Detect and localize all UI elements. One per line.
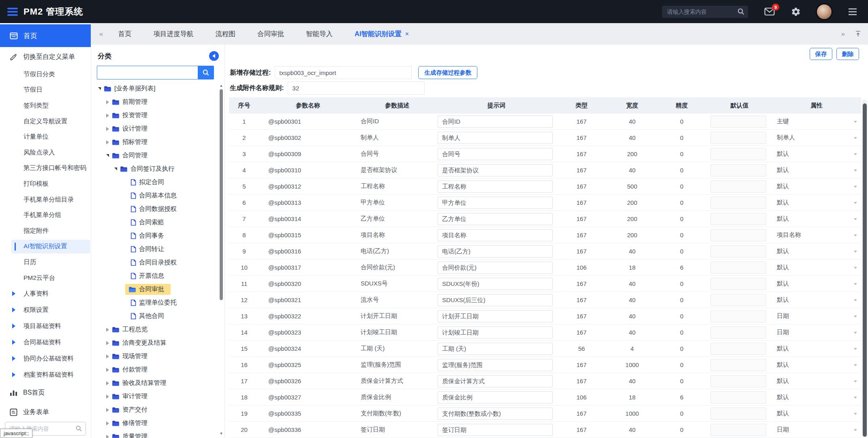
attachment-rule-input[interactable] (288, 82, 425, 94)
avatar[interactable] (817, 4, 832, 19)
default-value-input[interactable] (710, 391, 766, 404)
tree-item-合同目录授权[interactable]: 合同目录授权 (91, 256, 224, 269)
sidebar-item-业务表单[interactable]: 业务表单 (0, 402, 91, 422)
default-value-input[interactable] (710, 294, 766, 306)
prompt-input[interactable]: 计划竣工日期 (438, 326, 553, 339)
tree-item-合同签订及执行[interactable]: 合同签订及执行 (91, 162, 224, 176)
tree-item-合同基本信息[interactable]: 合同基本信息 (91, 189, 224, 202)
save-button[interactable]: 保存 (810, 48, 832, 60)
search-icon[interactable] (737, 8, 745, 17)
prompt-input[interactable]: 签订日期 (438, 424, 553, 436)
scroll-up-icon[interactable]: ▲ (219, 84, 224, 88)
prompt-input[interactable]: 合同号 (438, 148, 553, 160)
default-value-input[interactable] (710, 180, 766, 193)
table-row[interactable]: 15@spb00324工期 (天)工期 (天)5640默认 (229, 341, 861, 357)
tree-item-合同数据授权[interactable]: 合同数据授权 (91, 202, 224, 216)
default-value-input[interactable] (710, 148, 766, 160)
category-search-button[interactable] (198, 66, 214, 79)
table-row[interactable]: 17@spb00326质保金计算方式质保金计算方式167400默认 (229, 373, 861, 389)
caret-collapsed-icon[interactable] (104, 381, 111, 385)
tree-item-合同事务[interactable]: 合同事务 (91, 229, 224, 243)
tree-item-合同管理[interactable]: 合同管理 (91, 149, 224, 162)
tree-item-资产交付[interactable]: 资产交付 (91, 403, 224, 417)
default-value-input[interactable] (710, 326, 766, 339)
menu-list-button[interactable] (848, 8, 857, 16)
cell-attr-dropdown[interactable]: 日期 (772, 328, 861, 336)
proc-name-input[interactable] (275, 66, 412, 79)
default-value-input[interactable] (710, 375, 766, 387)
main-scrollbar[interactable] (862, 99, 867, 437)
sidebar-item-打印模板[interactable]: 打印模板 (0, 176, 91, 192)
tab-流程图[interactable]: 流程图 (204, 30, 246, 39)
messages-button[interactable]: 9 (764, 7, 775, 16)
tree-item-洽商变更及结算[interactable]: 洽商变更及结算 (91, 336, 224, 350)
tree-item-[业务单据列表][interactable]: [业务单据列表] (91, 82, 224, 95)
default-value-input[interactable] (710, 197, 766, 209)
prompt-input[interactable]: 合同价款(元) (438, 262, 553, 274)
sidebar-item-第三方接口帐号和密码[interactable]: 第三方接口帐号和密码 (0, 161, 91, 176)
sidebar-group-协同办公基础资料[interactable]: 协同办公基础资料 (0, 350, 91, 367)
table-row[interactable]: 4@spb00310是否框架协议是否框架协议167400默认 (229, 162, 861, 178)
default-value-input[interactable] (710, 164, 766, 176)
tree-item-工程总览[interactable]: 工程总览 (91, 323, 224, 336)
prompt-input[interactable]: 电话(乙方) (438, 245, 553, 258)
default-value-input[interactable] (710, 262, 766, 274)
tree-item-其他合同[interactable]: 其他合同 (91, 309, 224, 323)
sidebar-item-自定义导航设置[interactable]: 自定义导航设置 (0, 114, 91, 129)
prompt-input[interactable]: 计划开工日期 (438, 310, 553, 322)
table-row[interactable]: 5@spb00312工程名称工程名称1675000默认 (229, 178, 861, 195)
cell-attr-dropdown[interactable]: 日期 (772, 312, 861, 320)
table-row[interactable]: 14@spb00323计划竣工日期计划竣工日期167400日期 (229, 324, 861, 341)
tab-AI智能识别设置[interactable]: AI智能识别设置× (344, 30, 420, 39)
tree-item-合同转让[interactable]: 合同转让 (91, 243, 224, 256)
sidebar-group-项目基础资料[interactable]: 项目基础资料 (0, 318, 91, 334)
caret-expanded-icon[interactable] (104, 154, 111, 157)
tabs-scroll-right-icon[interactable]: » (837, 30, 849, 38)
table-row[interactable]: 3@spb00309合同号合同号1672000默认 (229, 146, 861, 162)
tree-item-付款管理[interactable]: 付款管理 (91, 363, 224, 376)
tab-首页[interactable]: 首页 (107, 30, 142, 39)
table-row[interactable]: 6@spb00313甲方单位甲方单位1672000默认 (229, 195, 861, 211)
cell-attr-dropdown[interactable]: 主键 (772, 118, 861, 125)
scrollbar-thumb[interactable] (863, 103, 867, 437)
table-row[interactable]: 10@spb00317合同价款(元)合同价款(元)106186默认 (229, 260, 861, 276)
table-row[interactable]: 16@spb00325监理(服务)范围监理(服务)范围16710000默认 (229, 357, 861, 373)
sidebar-item-手机菜单分组目录[interactable]: 手机菜单分组目录 (0, 192, 91, 208)
caret-expanded-icon[interactable] (96, 87, 103, 90)
settings-button[interactable] (791, 7, 801, 17)
scrollbar-thumb[interactable] (220, 89, 223, 300)
tree-item-监理单位委托[interactable]: 监理单位委托 (91, 296, 224, 309)
default-value-input[interactable] (710, 343, 766, 355)
tree-item-修缮管理[interactable]: 修缮管理 (91, 417, 224, 430)
cell-attr-dropdown[interactable]: 默认 (772, 150, 861, 158)
sidebar-item-PM2云平台[interactable]: PM2云平台 (0, 270, 91, 286)
tree-item-质量管理[interactable]: 质量管理 (91, 430, 224, 438)
generate-proc-params-button[interactable]: 生成存储过程参数 (418, 66, 477, 79)
cell-attr-dropdown[interactable]: 制单人 (772, 134, 861, 142)
default-value-input[interactable] (710, 213, 766, 225)
close-tab-icon[interactable]: × (405, 30, 409, 37)
tree-item-拟定合同[interactable]: 拟定合同 (91, 176, 224, 189)
cell-attr-dropdown[interactable]: 默认 (772, 247, 861, 255)
prompt-input[interactable]: 合同ID (438, 116, 553, 128)
sidebar-item-风险点录入[interactable]: 风险点录入 (0, 145, 91, 161)
tree-item-现场管理[interactable]: 现场管理 (91, 350, 224, 363)
caret-collapsed-icon[interactable] (104, 421, 111, 425)
prompt-input[interactable]: 是否框架协议 (438, 164, 553, 176)
collapse-panel-button[interactable] (209, 51, 219, 61)
caret-collapsed-icon[interactable] (104, 354, 111, 359)
cell-attr-dropdown[interactable]: 默认 (772, 410, 861, 417)
prompt-input[interactable]: 工程名称 (438, 180, 553, 193)
prompt-input[interactable]: 项目名称 (438, 229, 553, 241)
cell-attr-dropdown[interactable]: 默认 (772, 264, 861, 271)
prompt-input[interactable]: 质保金比例 (438, 391, 553, 404)
prompt-input[interactable]: 监理(服务)范围 (438, 359, 553, 371)
tree-item-审计管理[interactable]: 审计管理 (91, 390, 224, 403)
caret-collapsed-icon[interactable] (104, 100, 111, 104)
cell-attr-dropdown[interactable]: 日期 (772, 426, 861, 434)
cell-attr-dropdown[interactable]: 默认 (772, 182, 861, 190)
search-icon[interactable] (75, 425, 82, 434)
caret-collapsed-icon[interactable] (104, 328, 111, 332)
default-value-input[interactable] (710, 359, 766, 371)
table-row[interactable]: 18@spb00327质保金比例质保金比例106186默认 (229, 389, 861, 406)
